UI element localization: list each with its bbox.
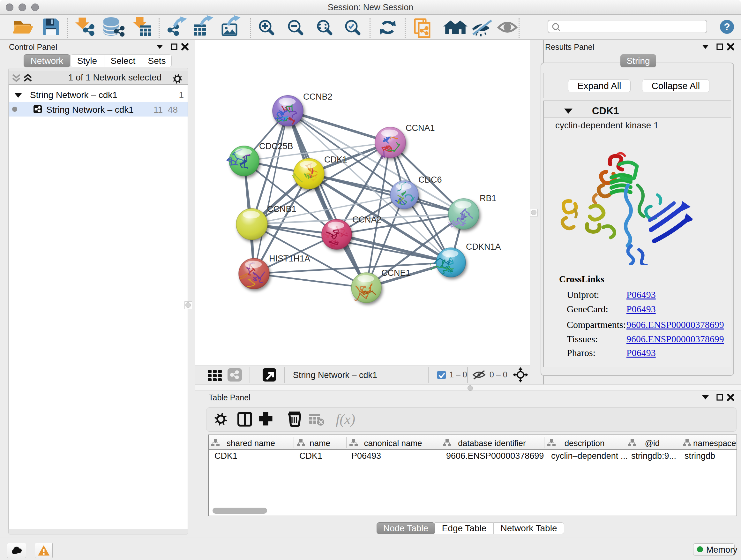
svg-text:CDC25B: CDC25B: [259, 141, 293, 151]
svg-text:CCNE1: CCNE1: [381, 268, 411, 278]
svg-text:CDC6: CDC6: [418, 175, 442, 185]
svg-text:CDKN1A: CDKN1A: [466, 242, 501, 252]
svg-text:1 – 0: 1 – 0: [449, 370, 467, 379]
svg-text:CDK1: CDK1: [324, 155, 347, 165]
svg-text:CCNB2: CCNB2: [303, 92, 333, 102]
svg-text:HIST1H1A: HIST1H1A: [269, 254, 310, 263]
svg-text:CCNA2: CCNA2: [352, 215, 382, 225]
svg-text:CCNB1: CCNB1: [267, 204, 296, 214]
svg-text:CCNA1: CCNA1: [406, 123, 435, 133]
svg-text:String Network – cdk1: String Network – cdk1: [293, 370, 377, 380]
svg-text:RB1: RB1: [480, 193, 496, 203]
svg-text:f(x): f(x): [336, 412, 355, 427]
svg-text:0 – 0: 0 – 0: [489, 370, 508, 379]
